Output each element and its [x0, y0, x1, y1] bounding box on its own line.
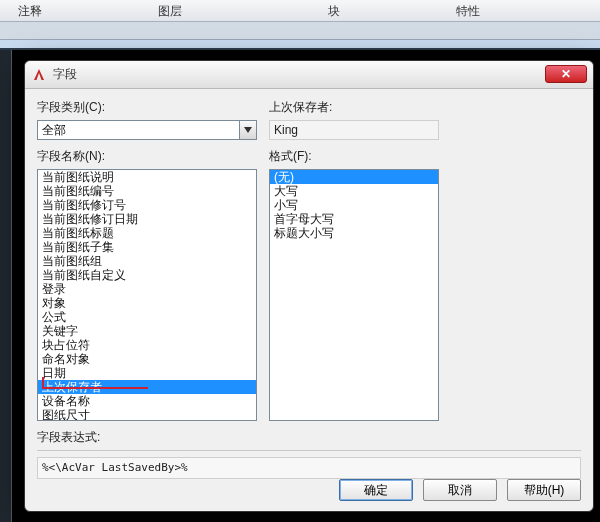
format-label: 格式(F):: [269, 148, 581, 165]
expression-value: %<\AcVar LastSavedBy>%: [37, 457, 581, 479]
close-icon: ✕: [561, 67, 571, 81]
menu-annotate[interactable]: 注释: [0, 0, 60, 21]
app-logo-icon: [31, 67, 47, 83]
field-name-item[interactable]: 当前图纸子集: [38, 240, 256, 254]
menu-properties[interactable]: 特性: [438, 0, 498, 21]
ribbon-strip: [0, 22, 600, 40]
field-name-item[interactable]: 当前图纸说明: [38, 170, 256, 184]
field-name-item[interactable]: 图纸尺寸: [38, 408, 256, 421]
field-dialog: 字段 ✕ 字段类别(C): 字段名称(N): 当前图纸说明当前图纸编号当前图纸修…: [24, 60, 594, 512]
field-name-item[interactable]: 登录: [38, 282, 256, 296]
category-input[interactable]: [37, 120, 239, 140]
ok-button[interactable]: 确定: [339, 479, 413, 501]
field-name-item[interactable]: 命名对象: [38, 352, 256, 366]
format-item[interactable]: 标题大小写: [270, 226, 438, 240]
format-item[interactable]: 小写: [270, 198, 438, 212]
format-listbox[interactable]: (无)大写小写首字母大写标题大小写: [269, 169, 439, 421]
field-name-item[interactable]: 设备名称: [38, 394, 256, 408]
menu-block[interactable]: 块: [310, 0, 358, 21]
field-names-listbox[interactable]: 当前图纸说明当前图纸编号当前图纸修订号当前图纸修订日期当前图纸标题当前图纸子集当…: [37, 169, 257, 421]
field-name-item[interactable]: 当前图纸修订号: [38, 198, 256, 212]
field-name-item[interactable]: 当前图纸修订日期: [38, 212, 256, 226]
field-name-item[interactable]: 日期: [38, 366, 256, 380]
field-name-item[interactable]: 公式: [38, 310, 256, 324]
format-item[interactable]: 大写: [270, 184, 438, 198]
author-value: King: [269, 120, 439, 140]
format-item[interactable]: 首字母大写: [270, 212, 438, 226]
field-name-item[interactable]: 块占位符: [38, 338, 256, 352]
chevron-down-icon: [244, 127, 252, 133]
left-dock: [0, 50, 12, 522]
field-name-item[interactable]: 对象: [38, 296, 256, 310]
cancel-button[interactable]: 取消: [423, 479, 497, 501]
canvas-edge: [0, 40, 600, 50]
category-label: 字段类别(C):: [37, 99, 257, 116]
field-name-item[interactable]: 上次保存者: [38, 380, 256, 394]
author-label: 上次保存者:: [269, 99, 581, 116]
menu-layers[interactable]: 图层: [140, 0, 200, 21]
field-name-item[interactable]: 当前图纸自定义: [38, 268, 256, 282]
expression-label: 字段表达式:: [37, 429, 581, 446]
field-name-item[interactable]: 关键字: [38, 324, 256, 338]
help-button[interactable]: 帮助(H): [507, 479, 581, 501]
format-item[interactable]: (无): [270, 170, 438, 184]
names-label: 字段名称(N):: [37, 148, 257, 165]
app-menubar: 注释 图层 块 特性: [0, 0, 600, 22]
field-name-item[interactable]: 当前图纸编号: [38, 184, 256, 198]
close-button[interactable]: ✕: [545, 65, 587, 83]
field-name-item[interactable]: 当前图纸标题: [38, 226, 256, 240]
field-name-item[interactable]: 当前图纸组: [38, 254, 256, 268]
dialog-button-row: 确定 取消 帮助(H): [339, 479, 581, 501]
divider: [37, 450, 581, 451]
category-combo[interactable]: [37, 120, 257, 140]
category-dropdown-button[interactable]: [239, 120, 257, 140]
dialog-title: 字段: [53, 66, 77, 83]
dialog-titlebar[interactable]: 字段 ✕: [25, 61, 593, 89]
